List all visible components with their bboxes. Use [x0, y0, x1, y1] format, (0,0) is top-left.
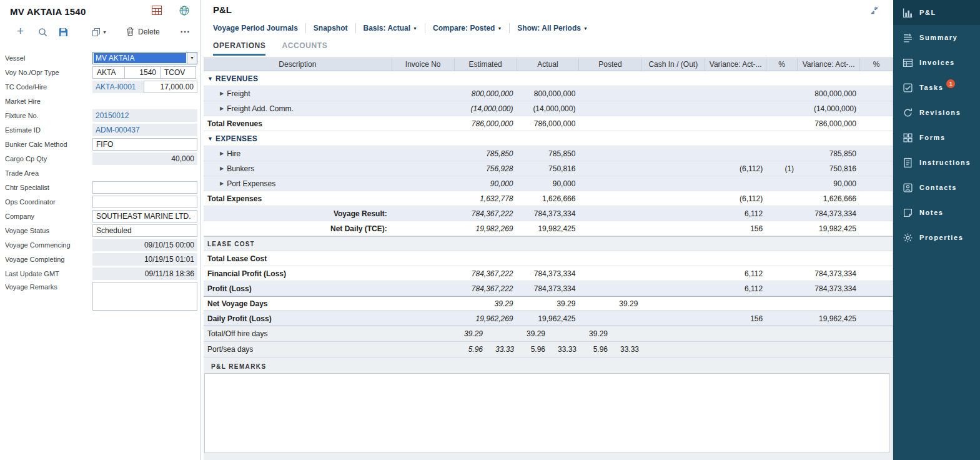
hire-rate-value[interactable]: 17,000.00 — [144, 81, 197, 93]
action-voyage-period-journals[interactable]: Voyage Period Journals — [213, 23, 306, 33]
sidebar-item-label: Properties — [919, 234, 963, 241]
sidebar-item-revisions[interactable]: Revisions — [893, 100, 980, 125]
row-label: Financial Profit (Loss) — [207, 269, 286, 278]
column-header-posted[interactable]: Posted — [579, 58, 641, 71]
pl-row-port-expenses[interactable]: ▶Port Expenses90,00090,00090,000 — [204, 176, 893, 191]
tab-accounts[interactable]: ACCOUNTS — [282, 41, 327, 56]
pl-row-profit-loss[interactable]: Profit (Loss)784,367,222784,373,3346,112… — [204, 281, 893, 296]
action-compare-posted[interactable]: Compare: Posted▼ — [425, 23, 510, 33]
column-header-variance-act[interactable]: Variance: Act-... — [798, 58, 860, 71]
sidebar-item-p-l[interactable]: P&L — [893, 0, 980, 25]
expand-triangle-icon[interactable]: ▶ — [220, 166, 224, 171]
field-cell[interactable]: AKTA — [92, 66, 125, 79]
action-show-all-periods[interactable]: Show: All Periods▼ — [510, 23, 595, 33]
pl-row-financial-profit-loss[interactable]: Financial Profit (Loss)784,367,222784,37… — [204, 266, 893, 281]
pl-row-bunkers[interactable]: ▶Bunkers756,928750,816(6,112)(1)750,816 — [204, 161, 893, 176]
sidebar-item-instructions[interactable]: Instructions — [893, 150, 980, 175]
sidebar-item-label: Tasks — [919, 84, 943, 91]
cell-pct2 — [860, 161, 893, 176]
field-row-chtr-specialist: Chtr Specialist — [0, 180, 200, 194]
pl-row-revenues[interactable]: ▼REVENUES — [204, 71, 893, 86]
field-cell[interactable]: TCOV — [160, 66, 196, 79]
pl-row-freight-add-comm[interactable]: ▶Freight Add. Comm.(14,000,000)(14,000,0… — [204, 101, 893, 116]
field-link[interactable]: 20150012 — [92, 109, 197, 122]
add-button[interactable]: + — [17, 27, 24, 36]
pl-row-total-expenses[interactable]: Total Expenses1,632,7781,626,666(6,112)1… — [204, 191, 893, 206]
sidebar-item-invoices[interactable]: Invoices — [893, 50, 980, 75]
field-cell[interactable]: 1540 — [124, 66, 161, 79]
field-row-ops-coordinator: Ops Coordinator — [0, 194, 200, 209]
sidebar-item-tasks[interactable]: Tasks1 — [893, 75, 980, 100]
field-label: Ops Coordinator — [0, 198, 92, 206]
field-link[interactable]: ADM-000437 — [92, 124, 197, 136]
collapse-triangle-icon[interactable]: ▼ — [207, 136, 213, 142]
vessel-combobox[interactable]: MV AKTAIA▼ — [92, 52, 197, 64]
search-button[interactable] — [38, 28, 47, 37]
column-header-estimated[interactable]: Estimated — [455, 58, 517, 71]
sidebar-item-notes[interactable]: Notes — [893, 200, 980, 225]
action-label: Voyage Period Journals — [213, 24, 298, 32]
pl-row-freight[interactable]: ▶Freight800,000,000800,000,000800,000,00… — [204, 86, 893, 101]
tc-code-link[interactable]: AKTA-I0001 — [92, 81, 144, 93]
column-header-col7[interactable]: % — [766, 58, 798, 71]
cell-var2 — [798, 71, 860, 86]
field-readonly-value[interactable]: 10/19/15 01:01 — [92, 253, 197, 266]
globe-icon[interactable] — [179, 6, 189, 16]
sidebar-item-summary[interactable]: Summary — [893, 25, 980, 50]
field-readonly-value[interactable]: 09/10/15 00:00 — [92, 239, 197, 251]
column-header-description[interactable]: Description — [204, 58, 392, 71]
field-readonly-value[interactable]: 40,000 — [92, 152, 197, 165]
column-header-actual[interactable]: Actual — [517, 58, 580, 71]
field-input[interactable]: Scheduled — [92, 224, 197, 237]
cell-pct1 — [766, 146, 798, 161]
pl-row-total-lease-cost[interactable]: Total Lease Cost — [204, 251, 893, 266]
cell-act: 750,816 — [517, 161, 580, 176]
sidebar-item-contacts[interactable]: Contacts — [893, 175, 980, 200]
row-label: Total Revenues — [207, 119, 262, 128]
pl-row-net-voyage-days[interactable]: Net Voyage Days39.2939.2939.29 — [204, 296, 893, 311]
save-button[interactable] — [59, 28, 68, 37]
pl-row-hire[interactable]: ▶Hire785,850785,850785,850 — [204, 146, 893, 161]
action-snapshot[interactable]: Snapshot — [306, 23, 356, 33]
action-basis-actual[interactable]: Basis: Actual▼ — [356, 23, 426, 33]
grid-icon[interactable] — [152, 6, 162, 15]
pl-row-total-revenues[interactable]: Total Revenues786,000,000786,000,000786,… — [204, 116, 893, 131]
cell-inv — [392, 116, 455, 131]
cell-var1: (6,112) — [705, 191, 766, 206]
column-header-invoice-no[interactable]: Invoice No — [392, 58, 455, 71]
pl-row-voyage-result[interactable]: Voyage Result:784,367,222784,373,3346,11… — [204, 206, 893, 221]
collapse-triangle-icon[interactable]: ▼ — [207, 76, 213, 82]
field-readonly-value[interactable]: 09/11/18 18:36 — [92, 268, 197, 280]
sidebar-item-forms[interactable]: Forms — [893, 125, 980, 150]
expand-triangle-icon[interactable]: ▶ — [220, 181, 224, 186]
cell-est: 784,367,222 — [455, 266, 517, 281]
cell-act: 784,373,334 — [517, 281, 580, 296]
column-header-variance-act[interactable]: Variance: Act-... — [705, 58, 766, 71]
pl-remarks-input[interactable] — [204, 373, 889, 453]
field-input[interactable] — [92, 181, 197, 194]
voyage-remarks-input[interactable] — [92, 282, 197, 311]
tab-operations[interactable]: OPERATIONS — [213, 41, 265, 56]
cell-est: 90,000 — [455, 176, 517, 191]
field-input[interactable]: SOUTHEAST MARINE LTD. — [92, 210, 197, 222]
pl-row-expenses[interactable]: ▼EXPENSES — [204, 131, 893, 146]
expand-triangle-icon[interactable]: ▶ — [220, 106, 224, 111]
stat-value: 39.29 — [517, 329, 548, 338]
pl-row-lease-cost[interactable]: LEASE COST — [204, 236, 893, 251]
pl-row-net-daily-tce[interactable]: Net Daily (TCE):19,982,26919,982,4251561… — [204, 221, 893, 236]
cell-act: 5.9633.33 — [517, 345, 580, 354]
sidebar-item-properties[interactable]: Properties — [893, 225, 980, 250]
expand-triangle-icon[interactable]: ▶ — [220, 151, 224, 156]
collapse-panel-icon[interactable] — [869, 6, 879, 16]
pl-row-daily-profit-loss[interactable]: Daily Profit (Loss)19,962,26919,962,4251… — [204, 311, 893, 326]
field-row-voy-no-opr-type: Voy No./Opr TypeAKTA1540TCOV — [0, 65, 200, 79]
chevron-down-icon[interactable]: ▼ — [187, 52, 197, 64]
field-input[interactable] — [92, 196, 197, 208]
expand-triangle-icon[interactable]: ▶ — [220, 91, 224, 96]
column-header-col9[interactable]: % — [860, 58, 893, 71]
more-options-button[interactable]: ⋯ — [180, 26, 190, 38]
field-input[interactable]: FIFO — [92, 138, 197, 151]
delete-button[interactable]: Delete — [126, 27, 160, 36]
column-header-cash-in-out[interactable]: Cash In / (Out) — [641, 58, 705, 71]
copy-button[interactable]: ▼ — [92, 28, 107, 37]
